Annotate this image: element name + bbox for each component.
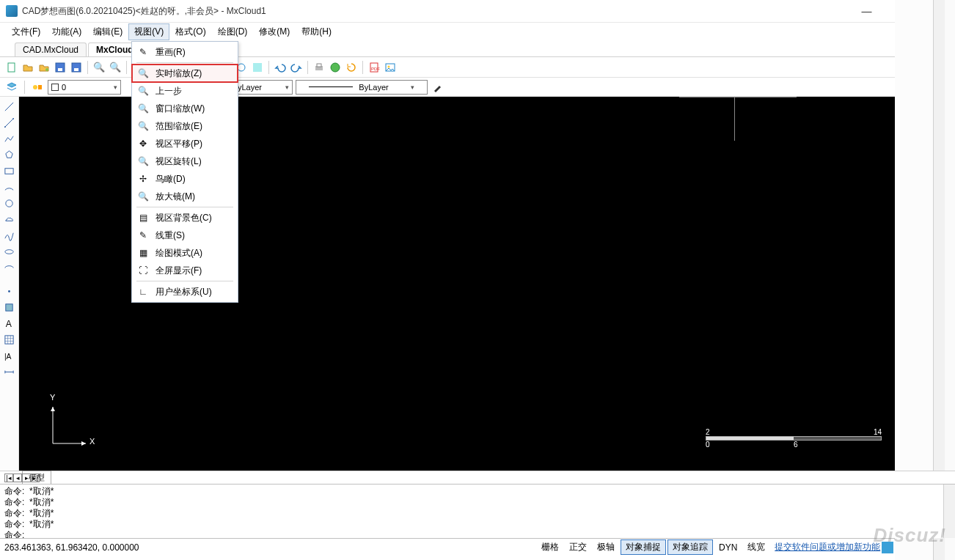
svg-rect-0 <box>8 63 15 72</box>
lineweight-value: ByLayer <box>359 83 388 92</box>
lineweight-preview <box>309 86 353 87</box>
polyline-tool-icon[interactable] <box>2 132 17 145</box>
feedback-link[interactable]: 提交软件问题或增加新功能 <box>775 541 880 553</box>
menu-item-pan[interactable]: ✥视区平移(P) <box>132 135 238 152</box>
command-window[interactable]: 命令: *取消* 命令: *取消* 命令: *取消* 命令: *取消* 命令: <box>0 484 955 538</box>
status-grid[interactable]: 栅格 <box>537 540 563 554</box>
hatch-tool-icon[interactable] <box>2 333 17 346</box>
ucs-indicator: Y X <box>45 396 104 456</box>
text-tool-icon[interactable]: A <box>2 317 17 330</box>
menu-item-lineweight[interactable]: ✎线重(S) <box>132 226 238 244</box>
undo-icon[interactable] <box>273 60 288 75</box>
menu-item-fullscreen[interactable]: ⛶全屏显示(F) <box>132 262 238 279</box>
save-as-icon[interactable] <box>69 60 84 75</box>
menu-format[interactable]: 格式(O) <box>169 23 211 40</box>
image-icon[interactable] <box>383 60 398 75</box>
fullscreen-icon: ⛶ <box>136 264 150 277</box>
arc-tool-icon[interactable] <box>2 180 17 194</box>
rect-tool-icon[interactable] <box>2 164 17 177</box>
layout-next-icon[interactable]: ▸ <box>22 474 31 482</box>
svg-rect-20 <box>5 168 13 174</box>
ray-tool-icon[interactable] <box>2 116 17 129</box>
circle-tool-icon[interactable] <box>2 196 17 210</box>
mtext-tool-icon[interactable]: |A <box>2 349 17 362</box>
menu-file[interactable]: 文件(F) <box>6 23 46 40</box>
line-tool-icon[interactable] <box>2 100 17 113</box>
command-scrollbar[interactable] <box>943 485 955 538</box>
status-lwt[interactable]: 线宽 <box>743 540 769 554</box>
status-polar[interactable]: 极轴 <box>593 540 619 554</box>
status-app-icon <box>880 540 895 555</box>
polygon-tool-icon[interactable] <box>2 148 17 161</box>
layer-name: 0 <box>62 83 66 92</box>
layout-last-icon[interactable]: ▸| <box>31 474 40 482</box>
minimize-button[interactable]: — <box>850 0 883 22</box>
zoom-prev-icon: 🔍 <box>136 84 150 97</box>
status-ortho[interactable]: 正交 <box>565 540 591 554</box>
status-osnap[interactable]: 对象捕捉 <box>621 539 666 555</box>
spline-tool-icon[interactable] <box>2 229 17 242</box>
svg-point-1 <box>45 68 48 71</box>
status-otrack[interactable]: 对象追踪 <box>667 539 713 555</box>
svg-rect-17 <box>38 85 42 89</box>
menu-modify[interactable]: 修改(M) <box>253 23 296 40</box>
menu-item-ucs[interactable]: ∟用户坐标系(U) <box>132 283 238 301</box>
new-file-icon[interactable] <box>4 60 19 75</box>
redo-icon[interactable] <box>289 60 304 75</box>
menu-item-rotate-view[interactable]: 🔍视区旋转(L) <box>132 152 238 170</box>
print-icon[interactable] <box>312 60 326 75</box>
menu-help[interactable]: 帮助(H) <box>296 23 337 40</box>
dimension-tool-icon[interactable] <box>2 365 17 378</box>
tool-c-icon[interactable] <box>250 60 265 75</box>
menu-item-window-zoom[interactable]: 🔍窗口缩放(W) <box>132 100 238 117</box>
pan-icon: ✥ <box>136 137 150 150</box>
block-tool-icon[interactable] <box>2 301 17 314</box>
layer-combo[interactable]: 0 ▾ <box>48 80 121 95</box>
svg-rect-5 <box>74 68 78 71</box>
menu-function[interactable]: 功能(A) <box>46 23 87 40</box>
zoom-in-icon[interactable]: 🔍 <box>92 60 106 75</box>
drawmode-icon: ▦ <box>136 246 150 259</box>
open-folder-icon[interactable] <box>37 60 51 75</box>
ellipse-tool-icon[interactable] <box>2 245 17 258</box>
lineweight-icon: ✎ <box>136 229 150 242</box>
menu-draw[interactable]: 绘图(D) <box>212 23 254 40</box>
save-icon[interactable] <box>53 60 67 75</box>
menu-item-bgcolor[interactable]: ▤视区背景色(C) <box>132 209 238 226</box>
layer-states-icon[interactable] <box>30 80 45 95</box>
svg-text:A: A <box>6 319 12 329</box>
menu-item-drawmode[interactable]: ▦绘图模式(A) <box>132 244 238 262</box>
point-tool-icon[interactable] <box>2 284 17 298</box>
pdf-icon[interactable]: PDF <box>367 60 381 75</box>
menu-edit[interactable]: 编辑(E) <box>87 23 128 40</box>
svg-rect-26 <box>5 335 13 343</box>
open-file-icon[interactable] <box>21 60 35 75</box>
menu-item-prev[interactable]: 🔍上一步 <box>132 82 238 100</box>
tab-cad-mxcloud[interactable]: CAD.MxCloud <box>15 43 87 56</box>
lineweight-combo[interactable]: ByLayer▾ <box>296 80 428 95</box>
globe-icon[interactable] <box>328 60 343 75</box>
zoom-window-icon: 🔍 <box>136 102 150 115</box>
layout-first-icon[interactable]: |◂ <box>4 474 13 482</box>
ellipse-arc-tool-icon[interactable] <box>2 261 17 274</box>
menu-item-extent-zoom[interactable]: 🔍范围缩放(E) <box>132 117 238 135</box>
refresh-icon[interactable] <box>344 60 359 75</box>
redraw-icon: ✎ <box>136 45 150 59</box>
layout-tabs: |◂ ◂ ▸ ▸| 模型 <box>0 471 955 484</box>
linetype-combo[interactable]: yLayer▾ <box>234 80 293 95</box>
app-icon <box>6 5 18 17</box>
menu-view[interactable]: 视图(V) <box>128 23 169 40</box>
layout-prev-icon[interactable]: ◂ <box>13 474 22 482</box>
menu-item-magnifier[interactable]: 🔍放大镜(M) <box>132 188 238 205</box>
command-prompt[interactable]: 命令: <box>4 530 951 538</box>
menu-item-realtime-zoom[interactable]: 🔍实时缩放(Z) <box>132 65 238 82</box>
menu-item-redraw[interactable]: ✎重画(R) <box>132 43 238 61</box>
brush-small-icon[interactable] <box>431 80 445 95</box>
zoom-out-icon[interactable]: 🔍 <box>108 60 122 75</box>
svg-point-8 <box>238 64 245 71</box>
layers-icon[interactable] <box>4 80 19 95</box>
menu-item-birdseye[interactable]: ✢鸟瞰(D) <box>132 170 238 188</box>
svg-rect-3 <box>58 68 62 71</box>
revision-cloud-icon[interactable] <box>2 213 17 226</box>
status-dyn[interactable]: DYN <box>714 542 742 553</box>
